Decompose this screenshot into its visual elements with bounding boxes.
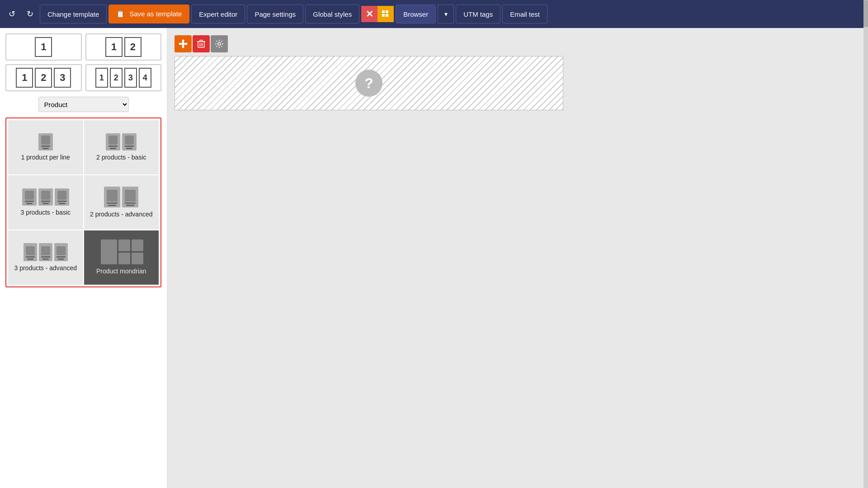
prod-icon-img: [41, 246, 50, 255]
prod-icon-bar2: [27, 258, 33, 260]
global-styles-button[interactable]: Global styles: [305, 5, 359, 23]
prod-icon-bar2: [108, 205, 116, 206]
template-2products-advanced-icons: [104, 187, 138, 207]
mondrian-cell-tr1: [118, 239, 130, 251]
mondrian-cell-br2: [132, 253, 143, 264]
mondrian-cell-tr2: [132, 239, 143, 251]
save-template-button[interactable]: 📋 Save as template: [108, 5, 189, 23]
template-3products-basic-label: 3 products - basic: [21, 208, 71, 216]
layout-2col-num1: 1: [105, 37, 123, 57]
trash-action-button[interactable]: [193, 35, 210, 52]
svg-point-7: [179, 43, 182, 45]
x-view-button[interactable]: ✕: [361, 6, 377, 22]
prod-icon-3c: [55, 188, 69, 206]
prod-icon-img: [57, 246, 66, 255]
layout-1col[interactable]: 1: [5, 33, 82, 61]
email-test-button[interactable]: Email test: [502, 5, 547, 23]
template-2products-advanced[interactable]: 2 products - advanced: [84, 175, 159, 230]
prod-icon-bar: [107, 202, 118, 204]
change-template-button[interactable]: Change template: [40, 5, 107, 23]
prod-icon-bar: [41, 256, 50, 258]
svg-point-5: [182, 40, 184, 43]
trash-icon: [197, 39, 205, 48]
template-2products-advanced-label: 2 products - advanced: [90, 210, 153, 218]
template-grid-box: 1 product per line 2 products: [5, 117, 161, 287]
layout-2col-num2: 2: [124, 37, 142, 57]
prod-icon-img: [125, 136, 134, 145]
prod-icon-bar2: [126, 148, 132, 149]
prod-icon-bar: [57, 201, 66, 202]
undo-button[interactable]: ↺: [4, 6, 20, 22]
view-toggle-group: ✕: [361, 6, 394, 22]
utm-tags-button[interactable]: UTM tags: [456, 5, 500, 23]
template-mondrian-label: Product mondrian: [96, 267, 146, 275]
prod-icon-bar2: [26, 203, 33, 204]
template-mondrian[interactable]: Product mondrian: [84, 230, 159, 285]
template-3products-advanced[interactable]: 3 products - advanced: [8, 230, 83, 285]
prod-icon-3a: [22, 188, 37, 206]
template-1product-label: 1 product per line: [21, 153, 70, 161]
layout-4col-num1: 1: [95, 68, 108, 88]
canvas-hatch-area: ?: [175, 56, 563, 110]
scrollbar-thumb[interactable]: [863, 0, 868, 27]
redo-button[interactable]: ↻: [22, 6, 38, 22]
prod-icon-bar: [41, 145, 50, 147]
layout-4col[interactable]: 1 2 3 4: [85, 64, 162, 91]
scrollbar-track[interactable]: [863, 0, 868, 488]
mondrian-cell-br1: [118, 253, 130, 264]
product-select-wrap: Product: [5, 97, 161, 112]
gear-action-button[interactable]: [211, 35, 228, 52]
template-1product-icons: [38, 133, 53, 150]
prod-icon-img: [26, 246, 35, 255]
template-3products-basic[interactable]: 3 products - basic: [8, 175, 83, 230]
prod-icon-3b: [38, 188, 53, 206]
browser-button[interactable]: Browser: [396, 5, 436, 23]
svg-point-4: [182, 42, 184, 45]
prod-icon-bar2: [110, 148, 116, 149]
prod-icon-img: [108, 136, 118, 145]
svg-rect-2: [382, 14, 385, 17]
template-1product[interactable]: 1 product per line: [8, 120, 83, 174]
prod-icon-single: [38, 133, 53, 150]
grid-view-button[interactable]: [377, 6, 394, 22]
flower-icon: [179, 39, 188, 48]
layout-3col-num3: 3: [54, 68, 71, 88]
layout-options: 1 1 2 1 2 3 1 2 3 4: [5, 33, 161, 91]
prod-icon-2a: [106, 133, 120, 150]
layout-3col-num1: 1: [16, 68, 33, 88]
main-area: 1 1 2 1 2 3 1 2 3 4 Product: [0, 28, 868, 488]
svg-point-6: [182, 45, 184, 48]
template-2products-basic[interactable]: 2 products - basic: [84, 120, 159, 174]
prod-icon-img: [41, 191, 50, 200]
save-icon: 📋: [116, 10, 125, 18]
svg-rect-1: [386, 10, 388, 13]
expert-editor-button[interactable]: Expert editor: [191, 5, 245, 23]
prod-icon-2adv-b: [122, 187, 138, 207]
prod-icon-2b: [122, 133, 137, 150]
browser-dropdown-button[interactable]: ▾: [438, 5, 454, 23]
prod-icon-bar: [57, 256, 66, 258]
flower-action-button[interactable]: [175, 35, 192, 52]
prod-icon-bar2: [42, 203, 49, 204]
layout-2col[interactable]: 1 2: [85, 33, 162, 61]
layout-1col-num: 1: [35, 37, 52, 57]
template-3products-advanced-icons: [24, 243, 68, 261]
svg-rect-0: [382, 10, 385, 13]
prod-icon-img: [107, 190, 118, 202]
svg-rect-3: [386, 14, 388, 17]
prod-icon-img: [125, 190, 136, 202]
prod-icon-bar: [125, 145, 134, 147]
prod-icon-bar: [41, 201, 50, 202]
gear-icon: [215, 39, 224, 48]
layout-3col-num2: 2: [35, 68, 52, 88]
prod-icon-bar2: [58, 258, 64, 260]
page-settings-button[interactable]: Page settings: [247, 5, 303, 23]
layout-4col-num2: 2: [110, 68, 123, 88]
layout-3col[interactable]: 1 2 3: [5, 64, 82, 91]
mondrian-cell-tall: [101, 239, 117, 264]
prod-icon-bar: [26, 256, 35, 258]
prod-icon-3adv-b: [39, 243, 52, 261]
product-select[interactable]: Product: [38, 97, 129, 112]
toolbar: ↺ ↻ Change template 📋 Save as template E…: [0, 0, 868, 28]
action-row: [175, 35, 861, 52]
